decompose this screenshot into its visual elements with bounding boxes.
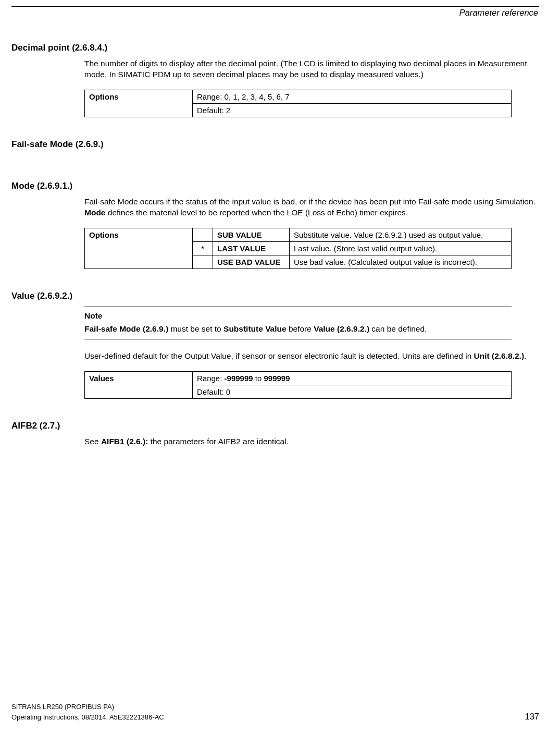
table-option-desc: Substitute value. Value (2.6.9.2.) used …: [290, 228, 512, 241]
rule: [84, 307, 512, 307]
table-label: Options: [85, 90, 193, 117]
para-aifb2: See AIFB1 (2.6.): the parameters for AIF…: [84, 436, 539, 447]
table-option-desc: Last value. (Store last valid output val…: [290, 241, 512, 255]
text: can be defined.: [369, 324, 427, 333]
note-block: Note Fail-safe Mode (2.6.9.) must be set…: [84, 307, 512, 339]
table-row: Default: 0: [193, 385, 512, 398]
table-label: Values: [85, 371, 193, 398]
text-bold: Value (2.6.9.2.): [314, 324, 369, 333]
para-mode: Fail-safe Mode occurs if the status of t…: [84, 197, 539, 218]
table-label: Options: [85, 228, 193, 269]
header-rule: [11, 6, 539, 7]
footer: SITRANS LR250 (PROFIBUS PA) Operating In…: [11, 703, 539, 722]
table-option-desc: Use bad value. (Calculated output value …: [290, 255, 512, 269]
para-value: User-defined default for the Output Valu…: [84, 351, 539, 362]
table-decimal-point: Options Range: 0, 1, 2, 3, 4, 5, 6, 7 De…: [84, 90, 512, 117]
table-star: *: [193, 241, 213, 255]
heading-decimal-point: Decimal point (2.6.8.4.): [11, 43, 539, 53]
heading-aifb2: AIFB2 (2.7.): [11, 421, 539, 431]
text: See: [84, 437, 101, 446]
text-bold: Unit (2.6.8.2.): [474, 351, 524, 360]
para-decimal-point: The number of digits to display after th…: [84, 58, 539, 80]
text: defines the material level to be reporte…: [105, 208, 408, 217]
table-row: Range: -999999 to 999999: [193, 371, 512, 385]
text-bold: Substitute Value: [223, 324, 287, 333]
text: Range:: [197, 374, 225, 383]
note-body: Fail-safe Mode (2.6.9.) must be set to S…: [84, 324, 512, 335]
table-star: [193, 228, 213, 241]
text: the parameters for AIFB2 are identical.: [148, 437, 289, 446]
table-row: Default: 2: [193, 103, 512, 117]
footer-line1: SITRANS LR250 (PROFIBUS PA): [11, 703, 539, 711]
table-option-name: LAST VALUE: [213, 241, 290, 255]
page-number: 137: [525, 712, 539, 722]
note-title: Note: [84, 311, 512, 321]
header-title: Parameter reference: [11, 8, 539, 18]
text: before: [287, 324, 314, 333]
table-value: Values Range: -999999 to 999999 Default:…: [84, 371, 512, 399]
text-bold: Fail-safe Mode (2.6.9.): [84, 324, 168, 333]
text: User-defined default for the Output Valu…: [84, 351, 474, 360]
text: .: [524, 351, 526, 360]
heading-failsafe-mode: Fail-safe Mode (2.6.9.): [11, 139, 539, 150]
table-option-name: SUB VALUE: [213, 228, 290, 241]
text: must be set to: [168, 324, 223, 333]
table-star: [193, 255, 213, 269]
heading-value: Value (2.6.9.2.): [11, 291, 539, 301]
rule: [84, 339, 512, 339]
text-bold: Mode: [84, 208, 105, 217]
text-bold: AIFB1 (2.6.):: [101, 437, 148, 446]
text: Fail-safe Mode occurs if the status of t…: [84, 197, 536, 206]
footer-line2: Operating Instructions, 08/2014, A5E3222…: [11, 713, 164, 721]
text-bold: 999999: [264, 374, 290, 383]
table-row: Range: 0, 1, 2, 3, 4, 5, 6, 7: [193, 90, 512, 103]
text: to: [253, 374, 264, 383]
table-mode: Options SUB VALUE Substitute value. Valu…: [84, 228, 512, 269]
text-bold: -999999: [225, 374, 253, 383]
heading-mode: Mode (2.6.9.1.): [11, 181, 539, 191]
table-option-name: USE BAD VALUE: [213, 255, 290, 269]
